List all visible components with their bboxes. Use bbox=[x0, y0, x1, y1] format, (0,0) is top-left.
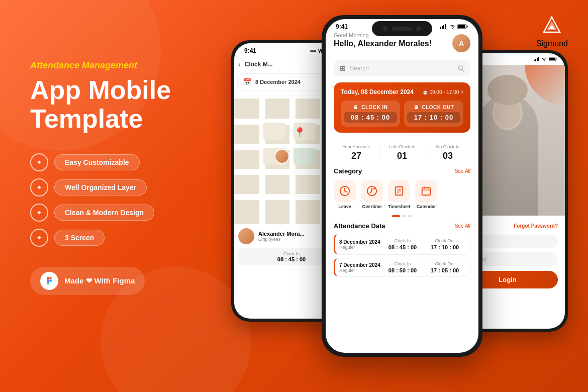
svg-rect-29 bbox=[538, 57, 539, 61]
date-text: 8 December 2024 bbox=[255, 79, 301, 85]
cat-overtime-label: Overtime bbox=[362, 204, 381, 209]
features-list: ✦ Easy Customizable ✦ Well Organized Lay… bbox=[30, 153, 231, 247]
left-content: Attendance Management App Mobile Templat… bbox=[30, 60, 231, 295]
svg-point-7 bbox=[49, 279, 52, 282]
login-battery-icon bbox=[549, 57, 558, 61]
phone-notch bbox=[372, 21, 432, 36]
stat-absence-value: 27 bbox=[334, 151, 379, 161]
svg-rect-9 bbox=[442, 26, 443, 29]
feature-icon-3: ✦ bbox=[30, 204, 48, 222]
att-date-2: 7 December 2024 bbox=[339, 262, 381, 268]
main-screen: 9:41 bbox=[326, 19, 478, 353]
stats-row: Your Absence 27 Late Clock In 01 No Cloc… bbox=[334, 139, 470, 161]
clock-out-label: 🖥 CLOCK OUT bbox=[407, 105, 460, 110]
greeting-main: Hello, Alexander Morales! bbox=[334, 39, 432, 48]
stat-no-clock-value: 03 bbox=[425, 151, 470, 161]
map-pin-1: 📍 bbox=[293, 127, 306, 139]
svg-rect-3 bbox=[47, 277, 49, 279]
att-date-1: 8 December 2024 bbox=[339, 239, 381, 245]
cat-timesheet-label: Timesheet bbox=[388, 204, 410, 209]
cat-overtime-icon bbox=[361, 180, 383, 202]
map-status-time: 9:41 bbox=[244, 47, 256, 54]
login-wifi-icon bbox=[542, 57, 547, 61]
user-avatar[interactable]: A bbox=[452, 34, 470, 52]
dot-inactive-2 bbox=[408, 215, 412, 217]
phones-container: 9:41 ▪▪▪ WiFi 🔋 ‹ Clock M... 📅 8 Decembe… bbox=[221, 0, 573, 392]
attendance-card: Today, 08 December 2024 ⏰ 09.00 - 17.00 … bbox=[334, 82, 470, 133]
card-time-range: ⏰ 09.00 - 17.00 > bbox=[422, 89, 463, 95]
attendance-row-1: 8 December 2024 Reguler Clock In 08 : 45… bbox=[334, 234, 470, 255]
main-status-icons bbox=[440, 24, 468, 29]
svg-rect-26 bbox=[534, 60, 535, 61]
att-clock-in-2: 08 : 50 : 00 bbox=[381, 267, 424, 273]
dot-inactive-1 bbox=[402, 215, 406, 217]
search-text: Search bbox=[350, 65, 453, 72]
phone-main: 9:41 bbox=[322, 15, 482, 357]
attendance-see-all[interactable]: See All bbox=[455, 223, 470, 229]
filter-icon: ⊞ bbox=[340, 64, 346, 72]
feature-label-2: Well Organized Layer bbox=[54, 179, 147, 195]
stat-absence-label: Your Absence bbox=[334, 144, 379, 149]
card-date: Today, 08 December 2024 bbox=[341, 88, 414, 95]
svg-rect-22 bbox=[422, 188, 431, 195]
cat-timesheet-icon bbox=[388, 180, 410, 202]
feature-item-3: ✦ Clean & Modern Design bbox=[30, 204, 231, 222]
stat-late-label: Late Clock In bbox=[379, 144, 425, 149]
category-title: Category bbox=[334, 167, 362, 175]
feature-item-4: ✦ 3 Screen bbox=[30, 229, 231, 247]
notch-camera-2 bbox=[416, 26, 421, 31]
calendar-icon: 📅 bbox=[243, 78, 251, 86]
cat-overtime[interactable]: Overtime bbox=[361, 180, 383, 209]
att-clock-in-label-2: Clock In bbox=[381, 261, 424, 266]
person-avatar bbox=[238, 228, 254, 244]
category-see-all[interactable]: See All bbox=[455, 168, 470, 174]
svg-rect-10 bbox=[443, 25, 444, 29]
feature-icon-2: ✦ bbox=[30, 178, 48, 197]
signal-icon bbox=[440, 24, 447, 29]
category-section-header: Category See All bbox=[334, 167, 470, 175]
dots-indicator bbox=[334, 215, 470, 217]
notch-camera bbox=[383, 26, 388, 31]
clock-buttons-row: 🖥 CLOCK IN 08 : 45 : 00 🖥 CLOCK OUT 17 :… bbox=[341, 101, 463, 127]
svg-rect-11 bbox=[445, 24, 446, 29]
svg-rect-31 bbox=[549, 58, 555, 60]
attendance-section-header: Attendance Data See All bbox=[334, 222, 470, 230]
svg-rect-8 bbox=[440, 27, 441, 29]
main-content: Good Morning Hello, Alexander Morales! A… bbox=[326, 32, 478, 277]
back-arrow-icon[interactable]: ‹ bbox=[238, 60, 241, 68]
feature-label-1: Easy Customizable bbox=[54, 154, 140, 170]
svg-rect-5 bbox=[47, 279, 49, 282]
figma-text: Made ❤ With Figma bbox=[64, 276, 135, 285]
att-clock-out-2: 17 : 05 : 00 bbox=[424, 267, 466, 273]
search-bar[interactable]: ⊞ Search bbox=[334, 60, 470, 76]
att-type-1: Reguler bbox=[339, 245, 381, 250]
svg-line-15 bbox=[462, 69, 464, 71]
cat-calendar[interactable]: Calendar bbox=[415, 180, 437, 209]
att-clock-in-1: 08 : 45 : 00 bbox=[381, 244, 424, 250]
clock-out-button[interactable]: 🖥 CLOCK OUT 17 : 10 : 00 bbox=[404, 101, 463, 127]
person-name: Alexander Mora... bbox=[258, 231, 305, 237]
svg-rect-28 bbox=[537, 58, 538, 61]
main-status-time: 9:41 bbox=[336, 23, 348, 30]
feature-icon-1: ✦ bbox=[30, 153, 48, 171]
feature-label-3: Clean & Modern Design bbox=[54, 205, 154, 221]
clock-out-time: 17 : 10 : 00 bbox=[407, 112, 460, 123]
attendance-title: Attendance Data bbox=[334, 222, 385, 230]
svg-rect-27 bbox=[535, 59, 536, 61]
feature-icon-4: ✦ bbox=[30, 229, 48, 247]
category-icons-row: Leave Overtime bbox=[334, 180, 470, 209]
cat-leave[interactable]: Leave bbox=[334, 180, 356, 209]
attendance-row-2: 7 December 2024 Reguler Clock In 08 : 50… bbox=[334, 258, 470, 277]
cat-timesheet[interactable]: Timesheet bbox=[388, 180, 410, 209]
clock-in-button[interactable]: 🖥 CLOCK IN 08 : 45 : 00 bbox=[341, 101, 400, 127]
cat-calendar-icon bbox=[415, 180, 437, 202]
svg-rect-4 bbox=[49, 277, 52, 279]
figma-icon bbox=[40, 272, 58, 290]
stat-no-clock-label: No Clock In bbox=[425, 144, 470, 149]
dot-active bbox=[392, 215, 400, 217]
att-clock-out-1: 17 : 10 : 00 bbox=[424, 244, 466, 250]
cat-calendar-label: Calendar bbox=[417, 204, 436, 209]
forgot-password-link[interactable]: Forgot Password? bbox=[514, 223, 558, 229]
map-pin-2 bbox=[274, 149, 289, 164]
notch-speaker bbox=[392, 27, 412, 31]
